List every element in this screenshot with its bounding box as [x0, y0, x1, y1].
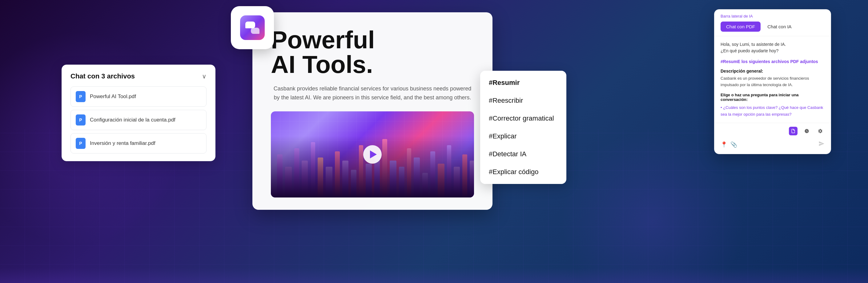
- files-header: Chat con 3 archivos ∨: [70, 72, 207, 80]
- greeting-text: Hola, soy Lumi, tu asistente de IA.¿En q…: [720, 41, 825, 54]
- document-icon[interactable]: [789, 127, 798, 135]
- logo-icon: [240, 15, 265, 40]
- sidebar-footer: 📍 📎: [714, 123, 831, 154]
- input-row: 📍 📎: [720, 139, 825, 150]
- chevron-down-icon[interactable]: ∨: [202, 72, 207, 80]
- clock-icon[interactable]: [802, 127, 811, 135]
- bubble-2: [251, 28, 259, 34]
- hashtag-corrector[interactable]: #Corrector gramatical: [480, 109, 566, 127]
- file-item-3[interactable]: P Inversión y renta familiar.pdf: [70, 133, 207, 154]
- files-panel: Chat con 3 archivos ∨ P Powerful AI Tool…: [62, 65, 215, 161]
- location-pin-icon[interactable]: 📍: [720, 141, 727, 148]
- sidebar-body: Hola, soy Lumi, tu asistente de IA.¿En q…: [714, 36, 831, 123]
- play-button[interactable]: [363, 145, 382, 164]
- file-name-2: Configuración inicial de la cuenta.pdf: [90, 117, 176, 123]
- file-icon-1: P: [76, 91, 86, 102]
- file-item-2[interactable]: P Configuración inicial de la cuenta.pdf: [70, 110, 207, 130]
- hero-subtitle: Casbank provides reliable financial serv…: [271, 84, 474, 102]
- bubble-1: [245, 22, 255, 28]
- tab-chat-ia[interactable]: Chat con IA: [762, 22, 797, 32]
- file-name-1: Powerful AI Tool.pdf: [90, 94, 136, 100]
- hashtag-explicar[interactable]: #Explicar: [480, 127, 566, 145]
- logo-card: [231, 6, 274, 49]
- attachment-icon[interactable]: 📎: [731, 141, 737, 148]
- hashtag-menu-card: #Resumir #Reescribir #Corrector gramatic…: [480, 71, 566, 184]
- chat-input[interactable]: [740, 139, 815, 150]
- hero-panel: Powerful AI Tools. Casbank provides reli…: [252, 12, 493, 210]
- question-link[interactable]: ¿Cuáles son los puntos clave? ¿Qué hace …: [720, 104, 825, 118]
- settings-icon[interactable]: [816, 127, 825, 135]
- hashtag-resumir[interactable]: #Resumir: [480, 74, 566, 92]
- play-triangle-icon: [370, 150, 377, 158]
- sidebar-label: Barra lateral de IA: [720, 14, 825, 19]
- send-icon[interactable]: [818, 140, 825, 148]
- ai-sidebar-panel: Barra lateral de IA Chat con PDF Chat co…: [714, 9, 831, 154]
- tab-chat-pdf[interactable]: Chat con PDF: [720, 22, 761, 32]
- footer-icons: [720, 127, 825, 135]
- file-item-1[interactable]: P Powerful AI Tool.pdf: [70, 87, 207, 107]
- description-label: Descripción general:: [720, 69, 825, 73]
- video-thumbnail[interactable]: [271, 112, 474, 197]
- question-label: Elige o haz una pregunta para iniciar un…: [720, 93, 825, 102]
- hero-title: Powerful AI Tools.: [271, 28, 474, 77]
- file-name-3: Inversión y renta familiar.pdf: [90, 140, 155, 147]
- sidebar-tabs: Chat con PDF Chat con IA: [720, 22, 825, 32]
- hashtag-explicar-codigo[interactable]: #Explicar código: [480, 163, 566, 181]
- chat-bubbles-icon: [245, 22, 259, 34]
- hashtag-reescribir[interactable]: #Reescribir: [480, 92, 566, 109]
- file-icon-2: P: [76, 115, 86, 126]
- files-title: Chat con 3 archivos: [70, 72, 135, 80]
- description-text: Casbank es un proveedor de servicios fin…: [720, 75, 825, 88]
- suggestion-link[interactable]: #ResumE los siguientes archivos PDF adju…: [720, 58, 825, 65]
- sidebar-header: Barra lateral de IA Chat con PDF Chat co…: [714, 9, 831, 36]
- file-icon-3: P: [76, 138, 86, 149]
- hashtag-detectar-ia[interactable]: #Detectar IA: [480, 145, 566, 163]
